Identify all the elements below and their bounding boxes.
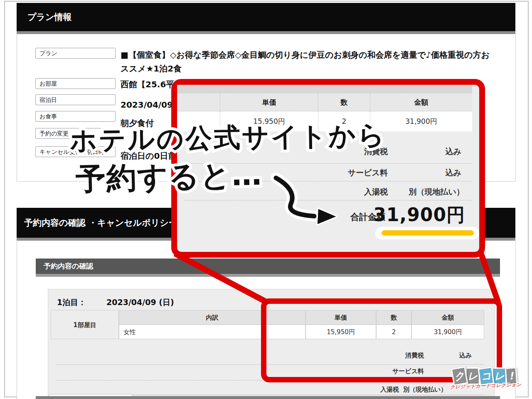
night-number: 1泊目：	[57, 297, 86, 308]
zoom-tax-value: 込み	[403, 146, 461, 157]
plan-info-header-bar: プラン情報	[17, 3, 515, 31]
confirm-title: 予約内容の確認 ・キャンセルポリシー	[24, 218, 177, 228]
confirm-inner-title: 予約内容の確認	[44, 262, 93, 270]
field-value-plan: ■【個室食】◇お得な季節会席◇金目鯛の切り身に伊豆のお刺身の和会席を適量で♪価格…	[121, 48, 493, 76]
handwritten-note-line1: ホテルの公式サイトから	[69, 117, 387, 158]
field-label-date: 宿泊日	[35, 94, 116, 105]
night-date: 2023/04/09 (日)	[106, 297, 174, 308]
zoom-col-header-unit-price: 単価	[220, 93, 318, 111]
cutoff-next-section-bar	[36, 396, 500, 399]
zoom-bath-tax-label: 入湯税	[313, 187, 388, 197]
field-value-date: 2023/04/09	[121, 100, 173, 110]
divider	[36, 274, 500, 277]
screenshot-root: プラン情報 プラン ■【個室食】◇お得な季節会席◇金目鯛の切り身に伊豆のお刺身の…	[0, 0, 532, 399]
zoom-col-header-amount: 金額	[370, 93, 472, 111]
confirm-inner-header: 予約内容の確認	[36, 259, 500, 274]
plan-info-title: プラン情報	[27, 12, 71, 22]
grand-total-value: 31,900円	[373, 203, 465, 227]
zoom-col-header-empty	[177, 93, 220, 111]
field-label-meal: お食事	[35, 111, 116, 122]
zoom-top-strip	[177, 85, 472, 93]
divider	[185, 200, 472, 201]
field-label-plan: プラン	[35, 48, 116, 59]
zoom-bath-tax-value: 別（現地払い）	[385, 187, 464, 197]
yellow-marker-underline	[382, 230, 474, 236]
zoom-service-value: 込み	[403, 167, 461, 178]
logo-char: ク	[451, 366, 468, 386]
handwritten-note-line2: 予約すると…	[75, 155, 263, 200]
zoom-col-header-count: 数	[318, 93, 370, 111]
zoom-service-label: サービス料	[313, 167, 388, 178]
field-label-room: お部屋	[35, 78, 116, 89]
divider	[17, 31, 515, 34]
bath-tax-label: 入湯税	[332, 386, 399, 394]
room-cell: 1部屋目	[51, 310, 119, 339]
